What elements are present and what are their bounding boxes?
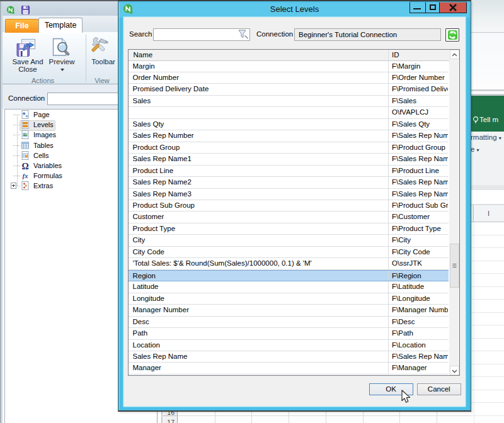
- svg-text:Ω: Ω: [21, 161, 28, 170]
- svg-text:fx: fx: [22, 172, 28, 179]
